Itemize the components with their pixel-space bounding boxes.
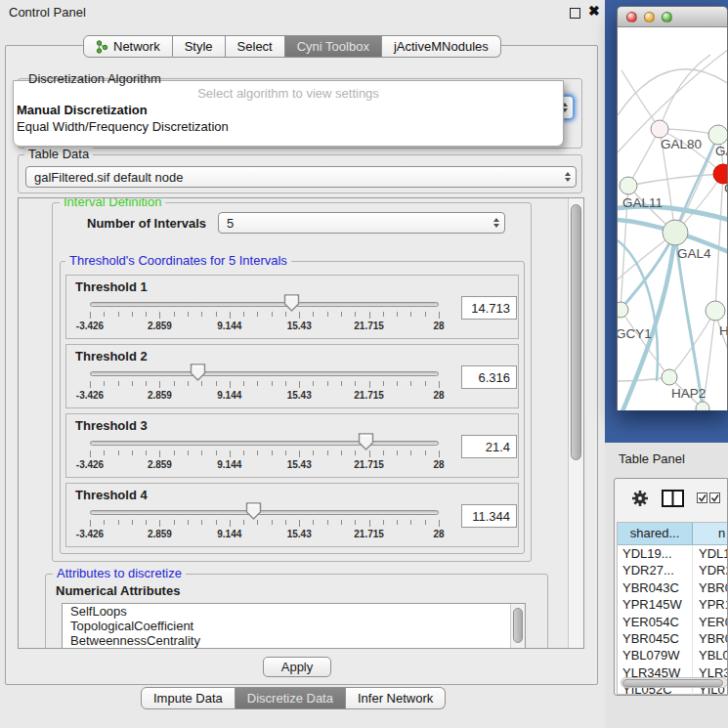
slider-major-tick (299, 450, 300, 457)
slider-minor-tick (174, 381, 175, 386)
cell-shared-name: YDL19... (618, 545, 693, 562)
tab-label: Network (113, 36, 160, 57)
tab-discretize-data[interactable]: Discretize Data (236, 687, 346, 709)
close-traffic-light-icon[interactable] (626, 12, 637, 22)
slider-track[interactable] (90, 510, 439, 515)
tab-infer-network[interactable]: Infer Network (346, 687, 446, 709)
network-edge[interactable] (628, 129, 660, 186)
scrollbar-thumb[interactable] (622, 679, 723, 687)
slider-track[interactable] (90, 371, 439, 376)
network-edge[interactable] (660, 55, 710, 129)
slider-thumb-icon[interactable] (283, 294, 300, 315)
node-gcy1[interactable] (618, 302, 628, 318)
algorithm-option[interactable]: Manual Discretization (14, 102, 563, 118)
network-canvas[interactable]: GAL80GACGAL11GAL4GCY1HHAP2 (618, 27, 727, 410)
network-edge[interactable] (715, 174, 723, 311)
tab-network[interactable]: Network (83, 35, 173, 58)
node-label: GAL11 (622, 195, 663, 210)
settings-scrollbar[interactable] (568, 198, 583, 648)
threshold-slider[interactable]: -3.4262.8599.14415.4321.71528 (66, 414, 448, 479)
tab-select[interactable]: Select (226, 35, 285, 58)
node-gal4[interactable] (663, 220, 688, 245)
cell-name: YDL1 (693, 545, 728, 562)
node-gal80[interactable] (651, 120, 668, 138)
float-window-icon[interactable] (570, 8, 580, 19)
table-row[interactable]: YDL19...YDL1 (618, 545, 728, 562)
slider-major-tick (90, 520, 91, 527)
slider-minor-tick (313, 312, 314, 317)
threshold-value-field[interactable]: 14.713 (461, 296, 517, 320)
slider-minor-tick (216, 312, 217, 317)
minimize-traffic-light-icon[interactable] (644, 12, 655, 22)
network-edge-highlighted[interactable] (621, 233, 675, 310)
network-edge[interactable] (618, 69, 727, 115)
threshold-slider[interactable]: -3.4262.8599.14415.4321.71528 (66, 345, 448, 409)
slider-major-tick (369, 381, 370, 388)
slider-track[interactable] (90, 302, 439, 307)
table-row[interactable]: YBR043CYBR0 (618, 579, 728, 596)
table-row[interactable]: YBL079WYBL0 (618, 647, 728, 664)
node-gal11[interactable] (620, 177, 637, 194)
table-row[interactable]: YDR27...YDR2 (618, 562, 728, 578)
threshold-slider[interactable]: -3.4262.8599.14415.4321.71528 (66, 276, 448, 340)
tab-style[interactable]: Style (173, 35, 226, 58)
tab-jactivemnodules[interactable]: jActiveMNodules (382, 35, 501, 58)
slider-thumb-icon[interactable] (245, 502, 262, 523)
slider-thumb-icon[interactable] (358, 433, 374, 453)
slider-minor-tick (201, 450, 202, 455)
combo-stepper-icon[interactable] (488, 213, 504, 233)
num-intervals-combobox[interactable]: 5 (218, 212, 505, 234)
slider-minor-tick (257, 381, 258, 386)
threshold-value-field[interactable]: 21.4 (461, 435, 517, 458)
attribute-list-item[interactable]: TopologicalCoefficient (63, 619, 525, 633)
threshold-slider[interactable]: -3.4262.8599.14415.4321.71528 (66, 484, 448, 548)
slider-minor-tick (243, 312, 244, 317)
table-data-selected-value: galFiltered.sif default node (26, 170, 559, 185)
threshold-value-field[interactable]: 11.344 (461, 504, 517, 528)
apply-button[interactable]: Apply (263, 657, 331, 677)
node-h[interactable] (706, 301, 725, 321)
threshold-value-field[interactable]: 6.316 (461, 365, 517, 389)
network-edge[interactable] (621, 70, 660, 129)
tab-impute-data[interactable]: Impute Data (141, 687, 236, 709)
slider-minor-tick (355, 381, 356, 386)
slider-major-tick (369, 312, 370, 319)
attribute-list-item[interactable]: SelfLoops (63, 604, 525, 619)
table-data-combobox[interactable]: galFiltered.sif default node (25, 166, 577, 188)
checkbox-icons[interactable] (697, 492, 722, 504)
slider-minor-tick (425, 381, 426, 386)
node-label: GA (715, 144, 727, 158)
scrollbar-thumb[interactable] (571, 204, 581, 460)
slider-major-tick (439, 520, 440, 527)
split-columns-icon[interactable] (662, 490, 684, 507)
cyni-bottom-tabbar: Impute DataDiscretize DataInfer Network (141, 687, 446, 709)
slider-tick-label: 28 (409, 321, 468, 331)
table-horizontal-scrollbar[interactable] (621, 677, 728, 688)
list-scrollbar[interactable] (510, 604, 525, 649)
node-upper-right[interactable] (708, 125, 727, 145)
slider-track[interactable] (90, 441, 439, 446)
table-row[interactable]: YER054CYER0 (618, 614, 728, 630)
slider-thumb-icon[interactable] (190, 364, 206, 384)
network-edge[interactable] (628, 174, 723, 186)
close-icon[interactable]: ✖ (588, 3, 600, 19)
column-header-name[interactable]: n (693, 523, 728, 544)
column-header-shared-name[interactable]: shared... (618, 523, 693, 544)
scrollbar-thumb[interactable] (513, 608, 523, 643)
slider-minor-tick (285, 381, 286, 386)
gear-icon[interactable] (630, 489, 650, 508)
tab-label: Style (185, 36, 213, 57)
slider-tick-label: 21.715 (340, 529, 399, 539)
tab-cyni-toolbox[interactable]: Cyni Toolbox (285, 35, 382, 58)
node-hap2[interactable] (662, 369, 677, 385)
attribute-list-item[interactable]: BetweennessCentrality (63, 633, 525, 648)
slider-minor-tick (146, 312, 147, 317)
algorithm-option[interactable]: Equal Width/Frequency Discretization (14, 118, 563, 135)
node-bottom[interactable] (696, 402, 709, 410)
combo-stepper-icon[interactable] (559, 167, 576, 187)
zoom-traffic-light-icon[interactable] (662, 12, 672, 22)
table-row[interactable]: YPR145WYPR1 (618, 596, 728, 613)
network-edge[interactable] (621, 310, 669, 377)
table-row[interactable]: YBR045CYBR0 (618, 630, 728, 647)
numerical-attributes-list[interactable]: SelfLoopsTopologicalCoefficientBetweenne… (62, 603, 526, 649)
